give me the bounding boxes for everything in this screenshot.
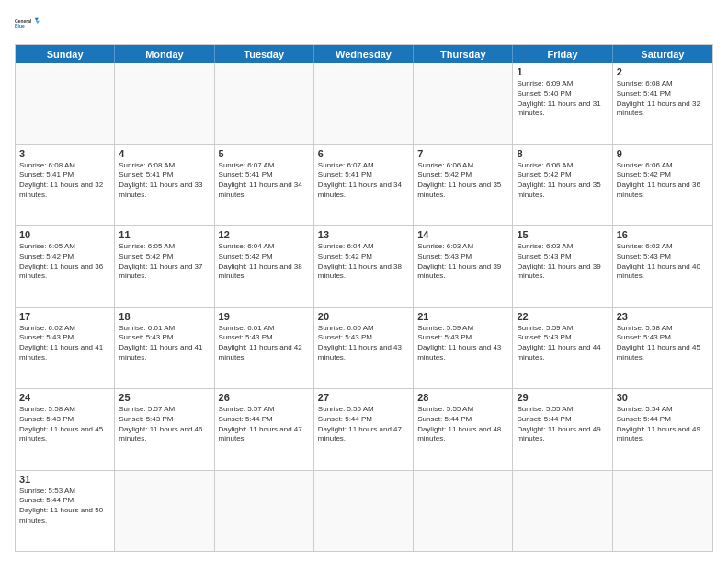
- calendar-row-4: 17Sunrise: 6:02 AMSunset: 5:43 PMDayligh…: [16, 307, 712, 389]
- day-cell-29: 29Sunrise: 5:55 AMSunset: 5:44 PMDayligh…: [513, 389, 612, 470]
- day-cell-25: 25Sunrise: 5:57 AMSunset: 5:43 PMDayligh…: [115, 389, 214, 470]
- empty-cell: [314, 63, 414, 144]
- day-number: 16: [617, 229, 709, 240]
- logo: GeneralBlue: [15, 11, 40, 37]
- cell-info: Sunrise: 6:06 AMSunset: 5:42 PMDaylight:…: [517, 161, 608, 201]
- calendar-row-2: 3Sunrise: 6:08 AMSunset: 5:41 PMDaylight…: [16, 144, 712, 226]
- day-header-saturday: Saturday: [613, 45, 712, 63]
- day-cell-28: 28Sunrise: 5:55 AMSunset: 5:44 PMDayligh…: [414, 389, 513, 470]
- day-cell-18: 18Sunrise: 6:01 AMSunset: 5:43 PMDayligh…: [115, 308, 214, 389]
- day-number: 2: [617, 66, 709, 77]
- empty-cell: [314, 471, 414, 552]
- day-cell-2: 2Sunrise: 6:08 AMSunset: 5:41 PMDaylight…: [613, 63, 712, 144]
- cell-info: Sunrise: 5:57 AMSunset: 5:43 PMDaylight:…: [119, 405, 210, 444]
- day-number: 13: [318, 229, 409, 240]
- empty-cell: [414, 471, 513, 552]
- cell-info: Sunrise: 6:05 AMSunset: 5:42 PMDaylight:…: [19, 242, 110, 282]
- cell-info: Sunrise: 6:06 AMSunset: 5:42 PMDaylight:…: [417, 161, 508, 201]
- day-number: 24: [19, 392, 110, 403]
- day-cell-11: 11Sunrise: 6:05 AMSunset: 5:42 PMDayligh…: [115, 226, 214, 307]
- calendar-body: 1Sunrise: 6:09 AMSunset: 5:40 PMDaylight…: [16, 63, 712, 551]
- day-number: 8: [517, 148, 608, 159]
- cell-info: Sunrise: 6:08 AMSunset: 5:41 PMDaylight:…: [617, 79, 709, 119]
- calendar-page: GeneralBlue SundayMondayTuesdayWednesday…: [0, 0, 728, 563]
- day-cell-6: 6Sunrise: 6:07 AMSunset: 5:41 PMDaylight…: [314, 145, 414, 226]
- day-header-wednesday: Wednesday: [314, 45, 414, 63]
- day-number: 21: [417, 311, 508, 322]
- day-number: 1: [517, 66, 608, 77]
- day-cell-1: 1Sunrise: 6:09 AMSunset: 5:40 PMDaylight…: [513, 63, 612, 144]
- day-cell-7: 7Sunrise: 6:06 AMSunset: 5:42 PMDaylight…: [414, 145, 513, 226]
- day-cell-30: 30Sunrise: 5:54 AMSunset: 5:44 PMDayligh…: [613, 389, 712, 470]
- day-header-sunday: Sunday: [16, 45, 115, 63]
- svg-marker-3: [36, 21, 40, 25]
- empty-cell: [414, 63, 513, 144]
- cell-info: Sunrise: 6:08 AMSunset: 5:41 PMDaylight:…: [19, 161, 110, 201]
- day-number: 30: [617, 392, 709, 403]
- day-number: 26: [219, 392, 310, 403]
- empty-cell: [513, 471, 612, 552]
- empty-cell: [215, 471, 314, 552]
- day-number: 23: [617, 311, 709, 322]
- cell-info: Sunrise: 6:02 AMSunset: 5:43 PMDaylight:…: [19, 324, 110, 363]
- day-cell-14: 14Sunrise: 6:03 AMSunset: 5:43 PMDayligh…: [414, 226, 513, 307]
- cell-info: Sunrise: 6:03 AMSunset: 5:43 PMDaylight:…: [517, 242, 608, 282]
- day-number: 17: [19, 311, 110, 322]
- day-cell-27: 27Sunrise: 5:56 AMSunset: 5:44 PMDayligh…: [314, 389, 414, 470]
- day-cell-16: 16Sunrise: 6:02 AMSunset: 5:43 PMDayligh…: [613, 226, 712, 307]
- day-cell-22: 22Sunrise: 5:59 AMSunset: 5:43 PMDayligh…: [513, 308, 612, 389]
- day-number: 20: [318, 311, 409, 322]
- day-header-monday: Monday: [115, 45, 214, 63]
- cell-info: Sunrise: 6:03 AMSunset: 5:43 PMDaylight:…: [417, 242, 508, 282]
- cell-info: Sunrise: 6:02 AMSunset: 5:43 PMDaylight:…: [617, 242, 709, 282]
- cell-info: Sunrise: 6:07 AMSunset: 5:41 PMDaylight:…: [219, 161, 310, 201]
- cell-info: Sunrise: 6:05 AMSunset: 5:42 PMDaylight:…: [119, 242, 210, 282]
- day-number: 4: [119, 148, 210, 159]
- cell-info: Sunrise: 6:04 AMSunset: 5:42 PMDaylight:…: [219, 242, 310, 282]
- day-cell-4: 4Sunrise: 6:08 AMSunset: 5:41 PMDaylight…: [115, 145, 214, 226]
- empty-cell: [215, 63, 314, 144]
- cell-info: Sunrise: 5:55 AMSunset: 5:44 PMDaylight:…: [517, 405, 608, 444]
- cell-info: Sunrise: 5:59 AMSunset: 5:43 PMDaylight:…: [417, 324, 508, 363]
- cell-info: Sunrise: 6:06 AMSunset: 5:42 PMDaylight:…: [617, 161, 709, 201]
- day-cell-17: 17Sunrise: 6:02 AMSunset: 5:43 PMDayligh…: [16, 308, 115, 389]
- day-cell-24: 24Sunrise: 5:58 AMSunset: 5:43 PMDayligh…: [16, 389, 115, 470]
- day-cell-9: 9Sunrise: 6:06 AMSunset: 5:42 PMDaylight…: [613, 145, 712, 226]
- day-header-tuesday: Tuesday: [215, 45, 314, 63]
- header: GeneralBlue: [15, 11, 713, 37]
- cell-info: Sunrise: 5:56 AMSunset: 5:44 PMDaylight:…: [318, 405, 409, 444]
- day-cell-31: 31Sunrise: 5:53 AMSunset: 5:44 PMDayligh…: [16, 471, 115, 552]
- calendar-row-3: 10Sunrise: 6:05 AMSunset: 5:42 PMDayligh…: [16, 225, 712, 307]
- empty-cell: [16, 63, 115, 144]
- day-cell-10: 10Sunrise: 6:05 AMSunset: 5:42 PMDayligh…: [16, 226, 115, 307]
- day-cell-15: 15Sunrise: 6:03 AMSunset: 5:43 PMDayligh…: [513, 226, 612, 307]
- cell-info: Sunrise: 6:07 AMSunset: 5:41 PMDaylight:…: [318, 161, 409, 201]
- day-cell-12: 12Sunrise: 6:04 AMSunset: 5:42 PMDayligh…: [215, 226, 314, 307]
- day-cell-13: 13Sunrise: 6:04 AMSunset: 5:42 PMDayligh…: [314, 226, 414, 307]
- day-number: 27: [318, 392, 409, 403]
- cell-info: Sunrise: 5:53 AMSunset: 5:44 PMDaylight:…: [19, 487, 110, 526]
- cell-info: Sunrise: 6:08 AMSunset: 5:41 PMDaylight:…: [119, 161, 210, 201]
- cell-info: Sunrise: 5:54 AMSunset: 5:44 PMDaylight:…: [617, 405, 709, 444]
- cell-info: Sunrise: 6:01 AMSunset: 5:43 PMDaylight:…: [219, 324, 310, 363]
- day-cell-5: 5Sunrise: 6:07 AMSunset: 5:41 PMDaylight…: [215, 145, 314, 226]
- empty-cell: [115, 63, 214, 144]
- empty-cell: [115, 471, 214, 552]
- day-number: 11: [119, 229, 210, 240]
- cell-info: Sunrise: 5:55 AMSunset: 5:44 PMDaylight:…: [417, 405, 508, 444]
- day-number: 28: [417, 392, 508, 403]
- cell-info: Sunrise: 5:58 AMSunset: 5:43 PMDaylight:…: [19, 405, 110, 444]
- day-number: 3: [19, 148, 110, 159]
- svg-text:Blue: Blue: [15, 24, 25, 29]
- day-cell-21: 21Sunrise: 5:59 AMSunset: 5:43 PMDayligh…: [414, 308, 513, 389]
- svg-marker-2: [35, 18, 39, 22]
- day-header-friday: Friday: [513, 45, 612, 63]
- day-number: 19: [219, 311, 310, 322]
- cell-info: Sunrise: 5:59 AMSunset: 5:43 PMDaylight:…: [517, 324, 608, 363]
- cell-info: Sunrise: 6:09 AMSunset: 5:40 PMDaylight:…: [517, 79, 608, 119]
- day-number: 9: [617, 148, 709, 159]
- calendar-row-5: 24Sunrise: 5:58 AMSunset: 5:43 PMDayligh…: [16, 388, 712, 470]
- cell-info: Sunrise: 6:00 AMSunset: 5:43 PMDaylight:…: [318, 324, 409, 363]
- day-number: 18: [119, 311, 210, 322]
- day-number: 22: [517, 311, 608, 322]
